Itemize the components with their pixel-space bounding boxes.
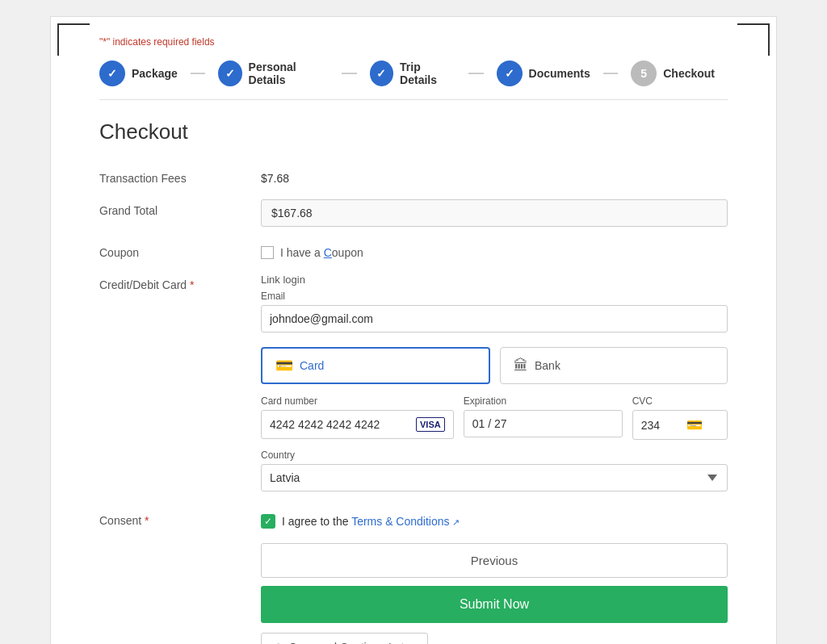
consent-text: I agree to the Terms & Conditions ↗ xyxy=(282,515,460,528)
coupon-checkbox[interactable] xyxy=(261,246,274,259)
step-circle-personal: ✓ xyxy=(218,61,241,86)
payment-tab-card[interactable]: 💳 Card xyxy=(261,347,490,384)
step-label-trip: Trip Details xyxy=(400,61,455,86)
consent-row: Consent * ✓ I agree to the Terms & Condi… xyxy=(99,509,728,529)
credit-debit-required: * xyxy=(190,278,194,291)
credit-debit-label: Credit/Debit Card * xyxy=(99,274,261,291)
cvc-input-wrap: 💳 xyxy=(632,410,728,440)
consent-required: * xyxy=(145,514,149,527)
stepper: ✓ Package ✓ Personal Details ✓ Trip Deta… xyxy=(99,61,728,100)
step-label-checkout: Checkout xyxy=(663,67,715,80)
country-label: Country xyxy=(261,450,728,461)
coupon-row: Coupon I have a Coupon xyxy=(99,241,728,259)
transaction-fees-value: $7.68 xyxy=(261,167,728,185)
save-later-label: Save and Continue Later xyxy=(289,641,414,644)
expiration-input[interactable] xyxy=(472,417,614,430)
cvc-input[interactable] xyxy=(641,419,682,432)
step-circle-trip: ✓ xyxy=(370,61,393,86)
payment-tab-bank[interactable]: 🏛 Bank xyxy=(500,347,728,384)
step-circle-package: ✓ xyxy=(99,61,125,86)
cvc-label: CVC xyxy=(632,395,728,407)
card-number-label: Card number xyxy=(261,395,454,407)
corner-tr xyxy=(737,23,770,56)
cvc-card-icon: 💳 xyxy=(686,417,703,433)
step-trip[interactable]: ✓ Trip Details xyxy=(370,61,455,86)
coupon-checkbox-label: I have a Coupon xyxy=(280,246,363,259)
step-label-documents: Documents xyxy=(529,67,590,80)
step-divider-4 xyxy=(603,73,618,74)
expiration-group: Expiration xyxy=(464,395,623,440)
step-divider-1 xyxy=(191,73,205,74)
cvc-group: CVC 💳 xyxy=(632,395,728,440)
external-link-icon: ↗ xyxy=(452,517,460,527)
buttons-section: Previous Submit Now ⟳ Save and Continue … xyxy=(261,543,728,644)
consent-checkbox-row: ✓ I agree to the Terms & Conditions ↗ xyxy=(261,514,728,529)
coupon-label: Coupon xyxy=(99,241,261,259)
submit-button[interactable]: Submit Now xyxy=(261,586,728,623)
step-circle-checkout: 5 xyxy=(631,61,657,86)
step-checkout[interactable]: 5 Checkout xyxy=(631,61,715,86)
email-label: Email xyxy=(261,291,728,302)
page-title: Checkout xyxy=(99,119,728,144)
step-documents[interactable]: ✓ Documents xyxy=(497,61,590,86)
grand-total-label: Grand Total xyxy=(99,199,261,217)
save-later-icon: ⟳ xyxy=(275,641,284,644)
grand-total-row: Grand Total $167.68 xyxy=(99,199,728,227)
bank-tab-label: Bank xyxy=(535,359,560,372)
terms-link[interactable]: Terms & Conditions ↗ xyxy=(351,515,460,528)
country-select[interactable]: Latvia Lithuania Estonia Germany France … xyxy=(261,464,728,491)
credit-debit-row: Credit/Debit Card * Link login Email 💳 C… xyxy=(99,274,728,495)
page-container: "*" indicates required fields ✓ Package … xyxy=(50,16,777,644)
required-note: "*" indicates required fields xyxy=(99,36,728,48)
coupon-checkbox-row: I have a Coupon xyxy=(261,246,728,259)
bank-payment-icon: 🏛 xyxy=(514,358,528,374)
link-login-label: Link login xyxy=(261,274,728,286)
email-input[interactable] xyxy=(261,305,728,332)
grand-total-value: $167.68 xyxy=(261,199,728,227)
step-label-personal: Personal Details xyxy=(249,61,330,86)
payment-tabs: 💳 Card 🏛 Bank xyxy=(261,347,728,384)
card-number-input-wrap: VISA xyxy=(261,410,454,439)
step-circle-documents: ✓ xyxy=(497,61,523,86)
transaction-fees-row: Transaction Fees $7.68 xyxy=(99,167,728,185)
step-label-package: Package xyxy=(132,67,178,80)
expiration-label: Expiration xyxy=(464,395,623,407)
step-package[interactable]: ✓ Package xyxy=(99,61,178,86)
step-personal[interactable]: ✓ Personal Details xyxy=(218,61,329,86)
consent-label: Consent * xyxy=(99,509,261,527)
step-divider-2 xyxy=(342,73,356,74)
corner-tl xyxy=(57,23,90,56)
card-fields: Card number VISA Expiration CVC xyxy=(261,395,728,440)
card-number-input[interactable] xyxy=(270,418,411,431)
save-later-button[interactable]: ⟳ Save and Continue Later xyxy=(261,633,428,644)
card-number-group: Card number VISA xyxy=(261,395,454,440)
transaction-fees-label: Transaction Fees xyxy=(99,167,261,185)
expiration-input-wrap xyxy=(464,410,623,437)
card-payment-icon: 💳 xyxy=(275,357,293,374)
consent-checkbox[interactable]: ✓ xyxy=(261,514,275,529)
previous-button[interactable]: Previous xyxy=(261,543,728,578)
step-divider-3 xyxy=(468,73,483,74)
visa-badge: VISA xyxy=(416,417,445,432)
card-tab-label: Card xyxy=(300,359,324,372)
country-section: Country Latvia Lithuania Estonia Germany… xyxy=(261,450,728,491)
